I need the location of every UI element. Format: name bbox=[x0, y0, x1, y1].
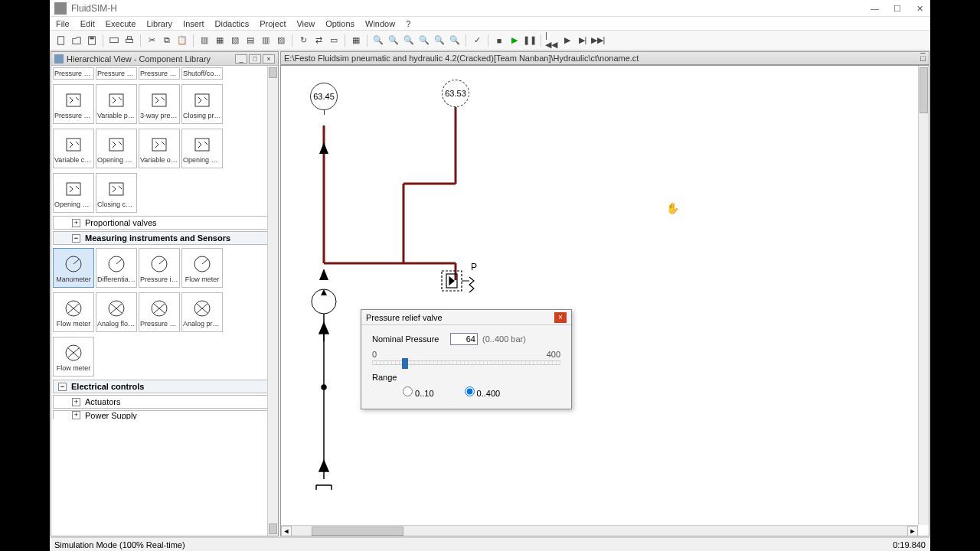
play-icon[interactable]: ▶ bbox=[508, 34, 521, 47]
component-pressure-rel-[interactable]: Pressure rel... bbox=[53, 84, 94, 124]
canvas-max-button[interactable]: □ bbox=[920, 54, 926, 63]
hscroll-left-button[interactable]: ◄ bbox=[281, 526, 292, 536]
tree-power-supply[interactable]: + Power Supply bbox=[53, 410, 276, 419]
component-variable-pre-[interactable]: Variable pre... bbox=[96, 84, 137, 124]
component-flow-meter[interactable]: Flow meter bbox=[181, 248, 223, 288]
tree-proportional-valves[interactable]: + Proportional valves bbox=[53, 216, 276, 230]
nominal-pressure-input[interactable] bbox=[450, 333, 478, 345]
gauge-1[interactable]: 63.45 bbox=[310, 83, 338, 115]
slider-thumb[interactable] bbox=[402, 358, 408, 369]
align-right-icon[interactable]: ▧ bbox=[228, 34, 242, 47]
stop-icon[interactable]: ■ bbox=[492, 34, 506, 47]
copy-icon[interactable]: ⧉ bbox=[160, 34, 174, 47]
maximize-button[interactable]: ☐ bbox=[893, 4, 903, 13]
menu-file[interactable]: File bbox=[56, 19, 70, 28]
diagram-canvas[interactable]: 63.45 63.53 P ✋ Pressure relief valve × bbox=[280, 65, 929, 536]
pause-icon[interactable]: ❚❚ bbox=[523, 34, 537, 47]
align-center-icon[interactable]: ▦ bbox=[213, 34, 227, 47]
print-icon[interactable] bbox=[122, 34, 136, 47]
step-last-icon[interactable]: ▶▶| bbox=[591, 34, 605, 47]
component-opening-car-[interactable]: Opening car... bbox=[53, 173, 94, 213]
menu-options[interactable]: Options bbox=[325, 19, 354, 28]
scroll-up-button[interactable] bbox=[269, 67, 277, 78]
canvas-vscroll[interactable] bbox=[918, 66, 929, 525]
menu-execute[interactable]: Execute bbox=[106, 19, 136, 28]
step-fwd-icon[interactable]: ▶| bbox=[576, 34, 590, 47]
zoom-reduce-icon[interactable]: 🔍 bbox=[448, 34, 462, 47]
cut-icon[interactable]: ✂ bbox=[145, 34, 158, 47]
step-next-icon[interactable]: ▶ bbox=[560, 34, 574, 47]
component-analog-pres-[interactable]: Analog pres... bbox=[181, 292, 223, 332]
pressure-slider[interactable] bbox=[372, 360, 560, 365]
dialog-close-button[interactable]: × bbox=[554, 312, 567, 323]
component-variable-clo-[interactable]: Variable clo... bbox=[53, 129, 94, 168]
expand-icon[interactable]: + bbox=[72, 398, 80, 406]
menu-didactics[interactable]: Didactics bbox=[215, 19, 250, 28]
zoom-sel-icon[interactable]: 🔍 bbox=[417, 34, 431, 47]
component-3-way-press-[interactable]: 3-way press... bbox=[139, 84, 180, 124]
component-closing-cart-[interactable]: Closing cart... bbox=[96, 173, 137, 213]
range-0-10-radio[interactable]: 0..10 bbox=[403, 386, 434, 398]
step-first-icon[interactable]: |◀◀ bbox=[545, 34, 559, 47]
align-bot-icon[interactable]: ▨ bbox=[274, 34, 288, 47]
menu-project[interactable]: Project bbox=[260, 19, 286, 28]
menu-library[interactable]: Library bbox=[146, 19, 172, 28]
component-flow-meter[interactable]: Flow meter bbox=[53, 337, 94, 377]
open-icon[interactable] bbox=[70, 34, 83, 47]
library-scrollbar[interactable] bbox=[267, 66, 278, 536]
hscroll-thumb[interactable] bbox=[312, 527, 403, 536]
collapse-icon[interactable]: − bbox=[72, 234, 80, 243]
print-preview-icon[interactable] bbox=[107, 34, 121, 47]
tree-actuators[interactable]: + Actuators bbox=[53, 395, 276, 409]
expand-icon[interactable]: + bbox=[72, 219, 80, 227]
component-flow-meter[interactable]: Flow meter bbox=[53, 292, 94, 332]
component-analog-flow-[interactable]: Analog flow ... bbox=[96, 292, 137, 332]
component-variable-ope-[interactable]: Variable ope... bbox=[139, 129, 180, 168]
close-button[interactable]: ✕ bbox=[916, 4, 926, 13]
component-shutoff-cou-[interactable]: Shutoff/cou... bbox=[181, 67, 223, 80]
component-closing-pre-[interactable]: Closing pre... bbox=[181, 84, 223, 124]
range-0-400-radio[interactable]: 0..400 bbox=[465, 386, 501, 398]
grid-icon[interactable]: ▦ bbox=[349, 34, 363, 47]
paste-icon[interactable]: 📋 bbox=[175, 34, 189, 47]
zoom-fit-icon[interactable]: 🔍 bbox=[402, 34, 416, 47]
menu-window[interactable]: Window bbox=[365, 19, 395, 28]
align-left-icon[interactable]: ▥ bbox=[198, 34, 211, 47]
canvas-hscroll[interactable]: ◄ ► bbox=[281, 525, 918, 536]
new-icon[interactable] bbox=[54, 34, 68, 47]
component-opening-car-[interactable]: Opening car... bbox=[181, 129, 223, 168]
expand-icon[interactable]: + bbox=[72, 411, 80, 419]
component-pressure-se-[interactable]: Pressure se... bbox=[139, 292, 180, 332]
mirror-icon[interactable]: ⇄ bbox=[312, 34, 325, 47]
panel-close-button[interactable]: × bbox=[263, 54, 275, 64]
zoom-100-icon[interactable]: 🔍 bbox=[433, 34, 446, 47]
zoom-out-icon[interactable]: 🔍 bbox=[387, 34, 400, 47]
menu-insert[interactable]: Insert bbox=[183, 19, 204, 28]
group-icon[interactable]: ▭ bbox=[327, 34, 341, 47]
canvas-min-button[interactable]: _ bbox=[920, 44, 926, 54]
panel-min-button[interactable]: _ bbox=[235, 54, 247, 64]
align-top-icon[interactable]: ▤ bbox=[243, 34, 257, 47]
menu-edit[interactable]: Edit bbox=[80, 19, 95, 28]
gauge-2[interactable]: 63.53 bbox=[442, 80, 469, 112]
dialog-titlebar[interactable]: Pressure relief valve × bbox=[361, 310, 571, 325]
align-mid-icon[interactable]: ▥ bbox=[259, 34, 273, 47]
menu-help[interactable]: ? bbox=[406, 19, 410, 28]
check-icon[interactable]: ✓ bbox=[470, 34, 484, 47]
component-pressure-rel-[interactable]: Pressure rel... bbox=[53, 67, 94, 80]
minimize-button[interactable]: — bbox=[871, 4, 880, 13]
hscroll-right-button[interactable]: ► bbox=[907, 526, 918, 536]
zoom-in-icon[interactable]: 🔍 bbox=[371, 34, 385, 47]
component-pressure-rel-[interactable]: Pressure rel... bbox=[139, 67, 180, 80]
component-pressure-in-[interactable]: Pressure in... bbox=[139, 248, 180, 288]
menu-view[interactable]: View bbox=[296, 19, 315, 28]
tree-electrical-controls[interactable]: − Electrical controls bbox=[53, 380, 276, 393]
component-manometer[interactable]: Manometer bbox=[53, 248, 94, 288]
rotate-icon[interactable]: ↻ bbox=[296, 34, 310, 47]
vscroll-thumb[interactable] bbox=[920, 67, 928, 113]
component-pressure-rel-[interactable]: Pressure rel... bbox=[96, 67, 137, 80]
panel-max-button[interactable]: □ bbox=[249, 54, 261, 64]
collapse-icon[interactable]: − bbox=[58, 383, 67, 391]
scroll-down-button[interactable] bbox=[269, 523, 277, 534]
tree-measuring-instruments[interactable]: − Measuring instruments and Sensors bbox=[53, 231, 276, 245]
